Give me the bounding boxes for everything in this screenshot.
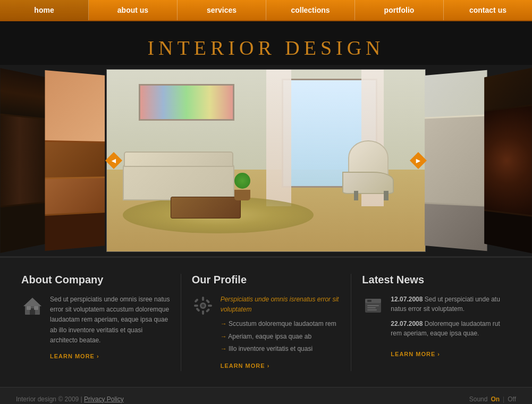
footer-sound: Sound On | Off	[469, 395, 516, 403]
about-title: About Company	[21, 274, 170, 286]
svg-rect-14	[196, 307, 200, 312]
main-slide	[106, 69, 426, 252]
next-arrow-icon: ►	[415, 156, 422, 165]
svg-point-6	[201, 304, 205, 307]
about-learn-more[interactable]: LEARN MORE ›	[50, 352, 99, 361]
gear-icon	[192, 294, 214, 317]
news-title: Latest News	[362, 274, 511, 286]
news-item-1: 12.07.2008 Sed ut perspiciati unde atu n…	[391, 294, 511, 314]
news-date-2: 22.07.2008	[391, 320, 423, 327]
slide-panel-near-left	[45, 70, 105, 251]
svg-rect-9	[194, 305, 198, 307]
news-column: Latest News 12.07.2008 Sed ut perspiciat…	[351, 274, 511, 371]
sound-off-button[interactable]: Off	[508, 395, 516, 403]
svg-marker-1	[23, 298, 41, 306]
nav-collections[interactable]: collections	[266, 0, 355, 20]
profile-column: Our Profile Perspiciatis unde omnis is	[181, 274, 352, 371]
main-nav: home about us services collections portf…	[0, 0, 532, 21]
profile-title: Our Profile	[192, 274, 341, 286]
hero-section: INTERIOR DESIGN	[0, 21, 532, 65]
nav-services[interactable]: services	[178, 0, 266, 20]
news-item-2: 22.07.2008 Doloremque laudaotam rut rem …	[391, 319, 511, 338]
svg-rect-17	[367, 305, 379, 306]
sound-on-button[interactable]: On	[491, 395, 500, 403]
slider-section: ◄ ►	[0, 65, 532, 256]
slide-panel-near-right	[425, 70, 487, 251]
news-icon	[362, 294, 384, 317]
svg-rect-13	[205, 299, 209, 304]
svg-rect-19	[367, 309, 377, 310]
nav-contact-us[interactable]: contact us	[444, 0, 532, 20]
profile-list: Sccustum doloremque laudaotam rem Aperia…	[221, 318, 341, 355]
page-title: INTERIOR DESIGN	[0, 36, 532, 60]
profile-list-item: Sccustum doloremque laudaotam rem	[221, 318, 341, 330]
svg-rect-11	[194, 298, 198, 302]
sound-separator: |	[503, 395, 504, 403]
svg-rect-7	[202, 297, 204, 301]
nav-about-us[interactable]: about us	[89, 0, 178, 20]
about-body: Sed ut perspiciatis unde omnis isree nat…	[50, 296, 170, 344]
nav-home[interactable]: home	[0, 0, 89, 20]
footer-copyright: Interior design © 2009 | Privacy Policy	[16, 395, 124, 403]
profile-list-item: Aperiam, eaque ipsa quae ab	[221, 331, 341, 343]
svg-rect-18	[367, 307, 376, 308]
sound-label: Sound	[469, 395, 488, 403]
house-icon	[21, 294, 44, 317]
news-date-1: 12.07.2008	[391, 296, 423, 303]
about-column: About Company Sed ut perspiciatis unde o…	[21, 274, 181, 371]
news-learn-more[interactable]: LEARN MORE ›	[391, 350, 440, 359]
profile-list-item: Illo inventore veritatis et quasi	[221, 343, 341, 355]
content-section: About Company Sed ut perspiciatis unde o…	[0, 256, 532, 387]
privacy-policy-link[interactable]: Privacy Policy	[84, 395, 124, 403]
svg-rect-4	[34, 306, 38, 310]
svg-rect-3	[27, 306, 31, 310]
slide-panel-far-right	[484, 68, 532, 254]
svg-rect-12	[205, 308, 209, 313]
svg-rect-8	[202, 310, 204, 315]
nav-portfolio[interactable]: portfolio	[355, 0, 444, 20]
slide-panel-far-left	[0, 68, 45, 253]
profile-learn-more[interactable]: LEARN MORE ›	[221, 361, 270, 371]
footer: Interior design © 2009 | Privacy Policy …	[0, 387, 532, 404]
svg-rect-10	[208, 305, 212, 307]
profile-italic: Perspiciatis unde omnis isrenatus error …	[221, 294, 341, 315]
svg-rect-20	[367, 300, 371, 302]
prev-arrow-icon: ◄	[110, 156, 117, 165]
